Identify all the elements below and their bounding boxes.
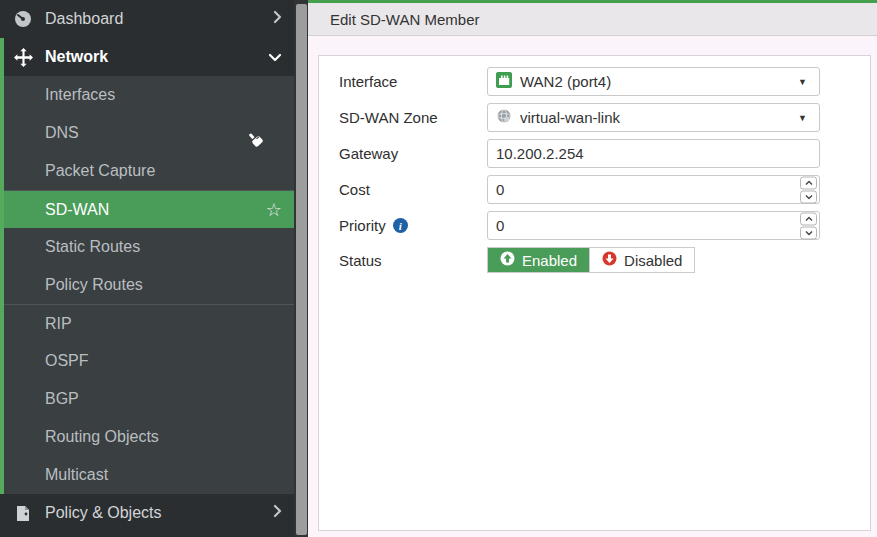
sidebar-item-ospf[interactable]: OSPF (0, 342, 294, 380)
active-section-rail (0, 38, 4, 494)
interface-value: WAN2 (port4) (520, 73, 611, 90)
info-icon[interactable]: i (393, 218, 408, 233)
edit-member-form: Interface WAN2 (port4) ▼ SD-WAN Zone vir… (318, 55, 871, 531)
status-enabled-label: Enabled (522, 252, 577, 269)
interface-label: Interface (339, 73, 487, 90)
star-icon[interactable]: ☆ (266, 201, 282, 219)
cost-label: Cost (339, 181, 487, 198)
sidebar-item-network[interactable]: Network (0, 38, 294, 76)
gateway-field-wrap (487, 139, 820, 168)
panel-header: Edit SD-WAN Member (308, 3, 877, 36)
sidebar-item-label: Routing Objects (45, 428, 159, 446)
sidebar-item-label: Packet Capture (45, 162, 155, 180)
zone-value: virtual-wan-link (520, 109, 620, 126)
sidebar-item-rip[interactable]: RIP (0, 304, 294, 342)
sidebar-item-dashboard[interactable]: Dashboard (0, 0, 294, 38)
circle-up-arrow-icon (500, 251, 515, 269)
status-toggle: Enabled Disabled (487, 247, 695, 273)
spin-up-button[interactable] (800, 212, 817, 225)
priority-spin-buttons (800, 212, 817, 239)
form-row-interface: Interface WAN2 (port4) ▼ (339, 67, 870, 96)
sidebar-item-label: Multicast (45, 466, 108, 484)
gauge-icon (13, 9, 33, 29)
sidebar-item-multicast[interactable]: Multicast (0, 456, 294, 494)
form-row-cost: Cost (339, 175, 870, 204)
globe-icon (496, 108, 512, 127)
priority-field[interactable] (496, 217, 795, 234)
page-title: Edit SD-WAN Member (330, 11, 479, 28)
chevron-right-icon (273, 10, 282, 28)
form-row-status: Status Enabled Disabled (339, 247, 870, 273)
sidebar-item-sd-wan[interactable]: SD-WAN ☆ (0, 190, 294, 228)
policy-icon (13, 503, 33, 523)
zone-label: SD-WAN Zone (339, 109, 487, 126)
sidebar-item-label: SD-WAN (45, 201, 109, 219)
chevron-right-icon (273, 504, 282, 522)
zone-select[interactable]: virtual-wan-link ▼ (487, 103, 820, 132)
status-disabled-label: Disabled (624, 252, 682, 269)
sidebar-item-static-routes[interactable]: Static Routes (0, 228, 294, 266)
status-label: Status (339, 252, 487, 269)
status-disabled-button[interactable]: Disabled (589, 248, 694, 272)
form-row-gateway: Gateway (339, 139, 870, 168)
form-row-zone: SD-WAN Zone virtual-wan-link ▼ (339, 103, 870, 132)
cost-spin-buttons (800, 176, 817, 203)
cost-stepper (487, 175, 820, 204)
dropdown-caret-icon: ▼ (798, 77, 811, 87)
sidebar-scrollbar-thumb[interactable] (296, 4, 307, 535)
sidebar-item-policy-routes[interactable]: Policy Routes (0, 266, 294, 304)
sidebar-item-label: Policy Routes (45, 276, 143, 294)
sidebar-item-routing-objects[interactable]: Routing Objects (0, 418, 294, 456)
sidebar-item-label: DNS (45, 124, 79, 142)
sidebar: Dashboard Network Interfaces DNS Packet … (0, 0, 294, 537)
sidebar-item-label: Static Routes (45, 238, 140, 256)
move-icon (13, 47, 33, 67)
dropdown-caret-icon: ▼ (798, 113, 811, 123)
sidebar-item-bgp[interactable]: BGP (0, 380, 294, 418)
priority-stepper (487, 211, 820, 240)
fortigate-window: Dashboard Network Interfaces DNS Packet … (0, 0, 877, 537)
priority-label: Priority (339, 217, 386, 234)
status-enabled-button[interactable]: Enabled (488, 248, 589, 272)
gateway-field[interactable] (496, 145, 811, 162)
sidebar-item-label: BGP (45, 390, 79, 408)
gateway-label: Gateway (339, 145, 487, 162)
sidebar-scrollbar[interactable] (294, 0, 308, 537)
circle-down-arrow-icon (602, 251, 617, 269)
form-row-priority: Priority i (339, 211, 870, 240)
spin-down-button[interactable] (800, 226, 817, 239)
spin-up-button[interactable] (800, 176, 817, 189)
mouse-cursor-icon (245, 126, 271, 152)
sidebar-item-label: RIP (45, 315, 72, 333)
spin-down-button[interactable] (800, 190, 817, 203)
ethernet-port-icon (496, 72, 512, 91)
sidebar-item-packet-capture[interactable]: Packet Capture (0, 152, 294, 190)
content-panel: Edit SD-WAN Member Interface WAN2 (port4… (308, 0, 877, 537)
sidebar-item-policy-objects[interactable]: Policy & Objects (0, 494, 294, 532)
chevron-down-icon (268, 48, 282, 66)
sidebar-item-interfaces[interactable]: Interfaces (0, 76, 294, 114)
sidebar-item-label: OSPF (45, 352, 89, 370)
sidebar-item-label: Interfaces (45, 86, 115, 104)
interface-select[interactable]: WAN2 (port4) ▼ (487, 67, 820, 96)
cost-field[interactable] (496, 181, 795, 198)
